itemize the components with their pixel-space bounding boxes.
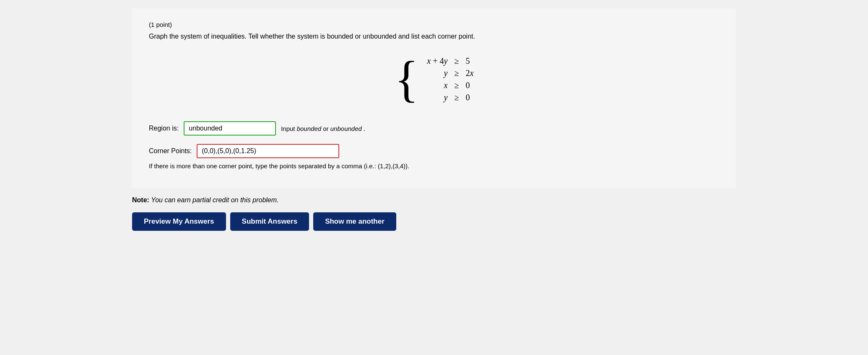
system-equations: { x + 4y ≥ 5 y ≥ 2x x ≥ 0 y ≥ — [395, 54, 474, 104]
eq2-rhs: 2x — [465, 68, 473, 78]
equations-grid: x + 4y ≥ 5 y ≥ 2x x ≥ 0 y ≥ 0 — [427, 56, 473, 102]
eq2-lhs: y — [427, 68, 447, 78]
system-container: { x + 4y ≥ 5 y ≥ 2x x ≥ 0 y ≥ — [149, 54, 719, 104]
corner-label: Corner Points: — [149, 147, 192, 155]
buttons-row: Preview My Answers Submit Answers Show m… — [132, 212, 736, 231]
question-card: (1 point) Graph the system of inequaliti… — [132, 8, 736, 188]
eq1-rhs: 5 — [465, 56, 473, 66]
region-hint: Input bounded or unbounded . — [281, 125, 365, 132]
show-another-button[interactable]: Show me another — [313, 212, 396, 231]
preview-button[interactable]: Preview My Answers — [132, 212, 226, 231]
eq4-op: ≥ — [454, 93, 459, 102]
corner-hint: If there is more than one corner point, … — [149, 162, 719, 171]
eq3-lhs: x — [427, 81, 447, 90]
eq3-op: ≥ — [454, 81, 459, 90]
eq4-lhs: y — [427, 93, 447, 102]
note-section: Note: You can earn partial credit on thi… — [132, 196, 736, 204]
submit-button[interactable]: Submit Answers — [230, 212, 309, 231]
eq3-rhs: 0 — [465, 81, 473, 90]
corner-row: Corner Points: — [149, 144, 719, 158]
region-input[interactable] — [184, 121, 276, 136]
note-label: Note: — [132, 196, 149, 204]
region-label: Region is: — [149, 125, 179, 132]
eq1-op: ≥ — [454, 56, 459, 66]
big-brace-icon: { — [395, 54, 419, 104]
eq4-rhs: 0 — [465, 93, 473, 102]
eq2-op: ≥ — [454, 68, 459, 78]
page-container: (1 point) Graph the system of inequaliti… — [120, 0, 748, 355]
question-text: Graph the system of inequalities. Tell w… — [149, 31, 719, 42]
note-text: You can earn partial credit on this prob… — [151, 196, 278, 204]
point-label: (1 point) — [149, 21, 719, 28]
corner-section: Corner Points: If there is more than one… — [149, 144, 719, 171]
region-row: Region is: Input bounded or unbounded . — [149, 121, 719, 136]
eq1-lhs: x + 4y — [427, 56, 447, 66]
corner-points-input[interactable] — [197, 144, 339, 158]
